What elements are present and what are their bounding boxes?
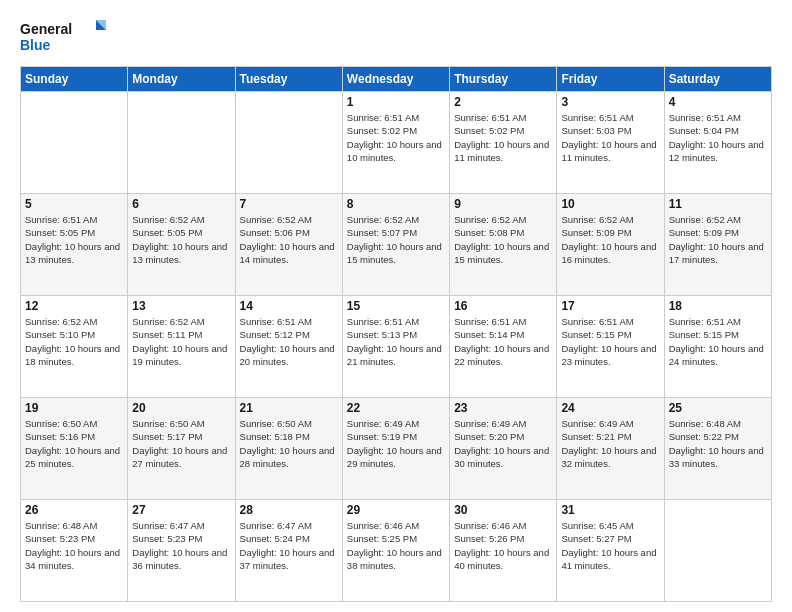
day-number: 31 (561, 503, 659, 517)
day-cell: 4Sunrise: 6:51 AM Sunset: 5:04 PM Daylig… (664, 92, 771, 194)
day-cell: 11Sunrise: 6:52 AM Sunset: 5:09 PM Dayli… (664, 194, 771, 296)
day-info: Sunrise: 6:52 AM Sunset: 5:11 PM Dayligh… (132, 315, 230, 368)
days-header-row: SundayMondayTuesdayWednesdayThursdayFrid… (21, 67, 772, 92)
day-number: 28 (240, 503, 338, 517)
day-cell: 15Sunrise: 6:51 AM Sunset: 5:13 PM Dayli… (342, 296, 449, 398)
week-row-2: 5Sunrise: 6:51 AM Sunset: 5:05 PM Daylig… (21, 194, 772, 296)
day-cell: 8Sunrise: 6:52 AM Sunset: 5:07 PM Daylig… (342, 194, 449, 296)
header: General Blue (20, 18, 772, 56)
week-row-3: 12Sunrise: 6:52 AM Sunset: 5:10 PM Dayli… (21, 296, 772, 398)
day-number: 29 (347, 503, 445, 517)
day-number: 21 (240, 401, 338, 415)
page: General Blue SundayMondayTuesdayWednesda… (0, 0, 792, 612)
day-info: Sunrise: 6:45 AM Sunset: 5:27 PM Dayligh… (561, 519, 659, 572)
day-number: 27 (132, 503, 230, 517)
day-number: 22 (347, 401, 445, 415)
day-info: Sunrise: 6:47 AM Sunset: 5:24 PM Dayligh… (240, 519, 338, 572)
day-info: Sunrise: 6:52 AM Sunset: 5:05 PM Dayligh… (132, 213, 230, 266)
day-number: 11 (669, 197, 767, 211)
day-number: 16 (454, 299, 552, 313)
day-cell: 21Sunrise: 6:50 AM Sunset: 5:18 PM Dayli… (235, 398, 342, 500)
svg-text:General: General (20, 21, 72, 37)
day-info: Sunrise: 6:51 AM Sunset: 5:13 PM Dayligh… (347, 315, 445, 368)
day-number: 18 (669, 299, 767, 313)
day-cell (664, 500, 771, 602)
day-cell (235, 92, 342, 194)
logo-svg: General Blue (20, 18, 110, 56)
day-info: Sunrise: 6:51 AM Sunset: 5:02 PM Dayligh… (347, 111, 445, 164)
day-number: 1 (347, 95, 445, 109)
day-cell: 5Sunrise: 6:51 AM Sunset: 5:05 PM Daylig… (21, 194, 128, 296)
col-header-saturday: Saturday (664, 67, 771, 92)
day-cell: 19Sunrise: 6:50 AM Sunset: 5:16 PM Dayli… (21, 398, 128, 500)
day-cell: 20Sunrise: 6:50 AM Sunset: 5:17 PM Dayli… (128, 398, 235, 500)
day-info: Sunrise: 6:51 AM Sunset: 5:02 PM Dayligh… (454, 111, 552, 164)
col-header-friday: Friday (557, 67, 664, 92)
day-info: Sunrise: 6:51 AM Sunset: 5:04 PM Dayligh… (669, 111, 767, 164)
col-header-wednesday: Wednesday (342, 67, 449, 92)
day-cell: 2Sunrise: 6:51 AM Sunset: 5:02 PM Daylig… (450, 92, 557, 194)
day-number: 4 (669, 95, 767, 109)
day-number: 6 (132, 197, 230, 211)
calendar-table: SundayMondayTuesdayWednesdayThursdayFrid… (20, 66, 772, 602)
day-number: 2 (454, 95, 552, 109)
col-header-sunday: Sunday (21, 67, 128, 92)
day-number: 9 (454, 197, 552, 211)
day-number: 14 (240, 299, 338, 313)
day-info: Sunrise: 6:47 AM Sunset: 5:23 PM Dayligh… (132, 519, 230, 572)
week-row-4: 19Sunrise: 6:50 AM Sunset: 5:16 PM Dayli… (21, 398, 772, 500)
day-cell: 7Sunrise: 6:52 AM Sunset: 5:06 PM Daylig… (235, 194, 342, 296)
day-cell: 22Sunrise: 6:49 AM Sunset: 5:19 PM Dayli… (342, 398, 449, 500)
day-info: Sunrise: 6:48 AM Sunset: 5:22 PM Dayligh… (669, 417, 767, 470)
day-info: Sunrise: 6:48 AM Sunset: 5:23 PM Dayligh… (25, 519, 123, 572)
day-info: Sunrise: 6:51 AM Sunset: 5:12 PM Dayligh… (240, 315, 338, 368)
day-info: Sunrise: 6:46 AM Sunset: 5:25 PM Dayligh… (347, 519, 445, 572)
day-cell: 18Sunrise: 6:51 AM Sunset: 5:15 PM Dayli… (664, 296, 771, 398)
day-number: 26 (25, 503, 123, 517)
day-info: Sunrise: 6:52 AM Sunset: 5:06 PM Dayligh… (240, 213, 338, 266)
day-number: 24 (561, 401, 659, 415)
day-cell: 6Sunrise: 6:52 AM Sunset: 5:05 PM Daylig… (128, 194, 235, 296)
day-cell: 10Sunrise: 6:52 AM Sunset: 5:09 PM Dayli… (557, 194, 664, 296)
day-info: Sunrise: 6:52 AM Sunset: 5:08 PM Dayligh… (454, 213, 552, 266)
day-cell: 31Sunrise: 6:45 AM Sunset: 5:27 PM Dayli… (557, 500, 664, 602)
day-cell: 9Sunrise: 6:52 AM Sunset: 5:08 PM Daylig… (450, 194, 557, 296)
day-number: 8 (347, 197, 445, 211)
svg-text:Blue: Blue (20, 37, 51, 53)
day-info: Sunrise: 6:50 AM Sunset: 5:17 PM Dayligh… (132, 417, 230, 470)
day-number: 7 (240, 197, 338, 211)
day-number: 15 (347, 299, 445, 313)
day-info: Sunrise: 6:52 AM Sunset: 5:07 PM Dayligh… (347, 213, 445, 266)
day-cell (128, 92, 235, 194)
day-info: Sunrise: 6:49 AM Sunset: 5:19 PM Dayligh… (347, 417, 445, 470)
day-cell: 23Sunrise: 6:49 AM Sunset: 5:20 PM Dayli… (450, 398, 557, 500)
day-number: 12 (25, 299, 123, 313)
day-info: Sunrise: 6:50 AM Sunset: 5:16 PM Dayligh… (25, 417, 123, 470)
day-cell: 29Sunrise: 6:46 AM Sunset: 5:25 PM Dayli… (342, 500, 449, 602)
day-cell: 3Sunrise: 6:51 AM Sunset: 5:03 PM Daylig… (557, 92, 664, 194)
day-cell: 14Sunrise: 6:51 AM Sunset: 5:12 PM Dayli… (235, 296, 342, 398)
col-header-thursday: Thursday (450, 67, 557, 92)
day-cell: 26Sunrise: 6:48 AM Sunset: 5:23 PM Dayli… (21, 500, 128, 602)
day-number: 5 (25, 197, 123, 211)
day-info: Sunrise: 6:52 AM Sunset: 5:10 PM Dayligh… (25, 315, 123, 368)
day-info: Sunrise: 6:51 AM Sunset: 5:05 PM Dayligh… (25, 213, 123, 266)
day-cell: 30Sunrise: 6:46 AM Sunset: 5:26 PM Dayli… (450, 500, 557, 602)
day-cell: 1Sunrise: 6:51 AM Sunset: 5:02 PM Daylig… (342, 92, 449, 194)
day-cell: 12Sunrise: 6:52 AM Sunset: 5:10 PM Dayli… (21, 296, 128, 398)
week-row-5: 26Sunrise: 6:48 AM Sunset: 5:23 PM Dayli… (21, 500, 772, 602)
day-cell: 27Sunrise: 6:47 AM Sunset: 5:23 PM Dayli… (128, 500, 235, 602)
day-info: Sunrise: 6:49 AM Sunset: 5:21 PM Dayligh… (561, 417, 659, 470)
day-number: 13 (132, 299, 230, 313)
day-number: 10 (561, 197, 659, 211)
day-number: 23 (454, 401, 552, 415)
day-number: 20 (132, 401, 230, 415)
day-info: Sunrise: 6:51 AM Sunset: 5:15 PM Dayligh… (669, 315, 767, 368)
day-cell: 28Sunrise: 6:47 AM Sunset: 5:24 PM Dayli… (235, 500, 342, 602)
day-info: Sunrise: 6:52 AM Sunset: 5:09 PM Dayligh… (669, 213, 767, 266)
day-info: Sunrise: 6:51 AM Sunset: 5:14 PM Dayligh… (454, 315, 552, 368)
day-cell: 24Sunrise: 6:49 AM Sunset: 5:21 PM Dayli… (557, 398, 664, 500)
day-info: Sunrise: 6:50 AM Sunset: 5:18 PM Dayligh… (240, 417, 338, 470)
day-info: Sunrise: 6:46 AM Sunset: 5:26 PM Dayligh… (454, 519, 552, 572)
day-info: Sunrise: 6:51 AM Sunset: 5:15 PM Dayligh… (561, 315, 659, 368)
